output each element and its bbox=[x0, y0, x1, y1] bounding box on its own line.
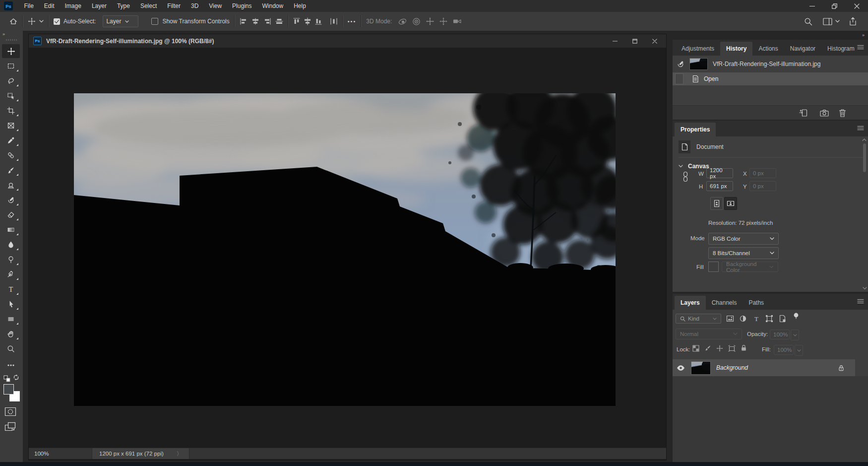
doc-maximize-icon[interactable] bbox=[628, 36, 641, 46]
move-tool[interactable] bbox=[2, 44, 20, 58]
layer-locked-icon[interactable] bbox=[838, 365, 844, 371]
filter-shape-layers-icon[interactable] bbox=[765, 315, 773, 323]
align-left-edges-icon[interactable] bbox=[240, 18, 248, 25]
lock-transparency-icon[interactable] bbox=[692, 345, 699, 352]
menu-type[interactable]: Type bbox=[112, 0, 135, 12]
document-title-bar[interactable]: Ps VfR-Draft-Rendering-Self-illumination… bbox=[29, 34, 666, 48]
workspace-switcher-icon[interactable] bbox=[823, 18, 832, 25]
menu-file[interactable]: File bbox=[19, 0, 39, 12]
opacity-value-field[interactable]: 100% bbox=[770, 330, 790, 339]
menu-3d[interactable]: 3D bbox=[186, 0, 203, 12]
home-icon[interactable] bbox=[9, 17, 18, 26]
history-source-thumbnail[interactable] bbox=[689, 58, 708, 70]
doc-minimize-icon[interactable] bbox=[609, 36, 621, 46]
doc-close-icon[interactable] bbox=[648, 36, 661, 46]
filter-toggle-icon[interactable] bbox=[793, 313, 799, 320]
share-image-icon[interactable] bbox=[849, 17, 857, 26]
minimize-window-icon[interactable] bbox=[801, 0, 823, 12]
new-document-from-state-icon[interactable] bbox=[799, 109, 808, 117]
rectangle-tool[interactable] bbox=[2, 312, 20, 326]
tab-paths[interactable]: Paths bbox=[743, 296, 770, 310]
menu-filter[interactable]: Filter bbox=[162, 0, 186, 12]
3d-pan-icon[interactable] bbox=[426, 17, 434, 26]
3d-orbit-icon[interactable] bbox=[398, 17, 407, 26]
new-snapshot-icon[interactable] bbox=[820, 109, 829, 117]
tab-layers[interactable]: Layers bbox=[675, 296, 706, 310]
canvas-section-chevron-icon[interactable] bbox=[679, 165, 683, 168]
tab-channels[interactable]: Channels bbox=[706, 296, 743, 310]
link-dimensions-icon[interactable] bbox=[682, 171, 688, 182]
tab-histogram[interactable]: Histogram bbox=[821, 42, 861, 56]
marquee-tool[interactable] bbox=[2, 59, 20, 73]
bit-depth-dropdown[interactable]: 8 Bits/Channel bbox=[708, 247, 779, 259]
align-bottom-edges-icon[interactable] bbox=[315, 17, 322, 25]
dodge-tool[interactable] bbox=[2, 253, 20, 266]
orientation-portrait-button[interactable] bbox=[710, 197, 723, 210]
filter-adjustment-layers-icon[interactable] bbox=[739, 315, 747, 323]
history-panel-menu-icon[interactable] bbox=[857, 45, 864, 50]
screen-mode-icon[interactable] bbox=[4, 422, 16, 432]
spot-healing-brush-tool[interactable] bbox=[2, 148, 20, 162]
align-vertical-centers-icon[interactable] bbox=[275, 18, 283, 25]
align-right-edges-icon[interactable] bbox=[263, 18, 271, 25]
lock-artboard-icon[interactable] bbox=[728, 345, 736, 352]
properties-scrollbar[interactable] bbox=[862, 138, 867, 290]
blend-mode-dropdown[interactable]: Normal bbox=[676, 329, 742, 339]
foreground-color-swatch[interactable] bbox=[3, 384, 14, 395]
lock-all-icon[interactable] bbox=[741, 344, 747, 351]
auto-select-target-dropdown[interactable]: Layer bbox=[103, 15, 138, 27]
layer-visibility-eye-icon[interactable] bbox=[677, 365, 685, 371]
orientation-landscape-button[interactable] bbox=[724, 197, 737, 210]
status-zoom-level[interactable]: 100% bbox=[34, 451, 64, 457]
blur-tool[interactable] bbox=[2, 238, 20, 252]
more-align-options-icon[interactable]: ••• bbox=[348, 18, 357, 24]
edit-toolbar-icon[interactable] bbox=[2, 358, 20, 372]
lock-pixels-icon[interactable] bbox=[704, 345, 711, 352]
dock-collapse-icon[interactable]: » bbox=[862, 33, 864, 38]
restore-window-icon[interactable] bbox=[823, 0, 846, 12]
tab-actions[interactable]: Actions bbox=[752, 42, 784, 56]
menu-image[interactable]: Image bbox=[60, 0, 86, 12]
delete-state-icon[interactable] bbox=[839, 109, 846, 117]
3d-camera-icon[interactable] bbox=[452, 17, 462, 25]
filter-pixel-layers-icon[interactable] bbox=[726, 315, 734, 323]
menu-help[interactable]: Help bbox=[289, 0, 311, 12]
filter-smart-objects-icon[interactable] bbox=[779, 315, 787, 323]
canvas-height-field[interactable]: 691 px bbox=[706, 181, 733, 191]
tab-navigator[interactable]: Navigator bbox=[784, 42, 821, 56]
color-mode-dropdown[interactable]: RGB Color bbox=[708, 233, 779, 245]
pen-tool[interactable] bbox=[2, 267, 20, 281]
history-state-well[interactable] bbox=[675, 73, 683, 84]
history-brush-source-icon[interactable] bbox=[677, 60, 684, 68]
move-tool-options-icon[interactable] bbox=[28, 17, 36, 25]
align-horizontal-centers-icon[interactable] bbox=[251, 18, 259, 25]
fill-scrubber-icon[interactable] bbox=[795, 345, 803, 356]
fill-color-swatch[interactable] bbox=[708, 262, 719, 272]
canvas-y-field[interactable]: 0 px bbox=[749, 181, 776, 191]
lasso-tool[interactable] bbox=[2, 74, 20, 88]
menu-layer[interactable]: Layer bbox=[86, 0, 112, 12]
hand-tool[interactable] bbox=[2, 327, 20, 341]
3d-roll-icon[interactable] bbox=[412, 17, 421, 26]
path-selection-tool[interactable] bbox=[2, 297, 20, 311]
tab-adjustments[interactable]: Adjustments bbox=[676, 42, 720, 56]
move-presets-chevron-icon[interactable] bbox=[39, 20, 44, 23]
layer-name[interactable]: Background bbox=[716, 364, 748, 371]
close-window-icon[interactable] bbox=[846, 0, 868, 12]
menu-view[interactable]: View bbox=[204, 0, 227, 12]
gradient-tool[interactable] bbox=[2, 223, 20, 237]
history-state-row[interactable]: Open bbox=[673, 72, 868, 85]
menu-plugins[interactable]: Plugins bbox=[227, 0, 257, 12]
menu-window[interactable]: Window bbox=[257, 0, 289, 12]
opacity-scrubber-icon[interactable] bbox=[791, 330, 799, 340]
lock-position-icon[interactable] bbox=[716, 345, 723, 352]
align-top-edges-icon[interactable] bbox=[293, 17, 300, 25]
canvas-x-field[interactable]: 0 px bbox=[749, 168, 776, 178]
fill-mode-dropdown[interactable]: Background Color bbox=[722, 262, 778, 272]
layer-thumbnail[interactable] bbox=[691, 361, 711, 375]
object-selection-tool[interactable] bbox=[2, 89, 20, 103]
crop-tool[interactable] bbox=[2, 104, 20, 118]
layers-panel-menu-icon[interactable] bbox=[857, 299, 864, 304]
clone-stamp-tool[interactable] bbox=[2, 178, 20, 192]
toolbar-grip[interactable] bbox=[6, 39, 17, 41]
